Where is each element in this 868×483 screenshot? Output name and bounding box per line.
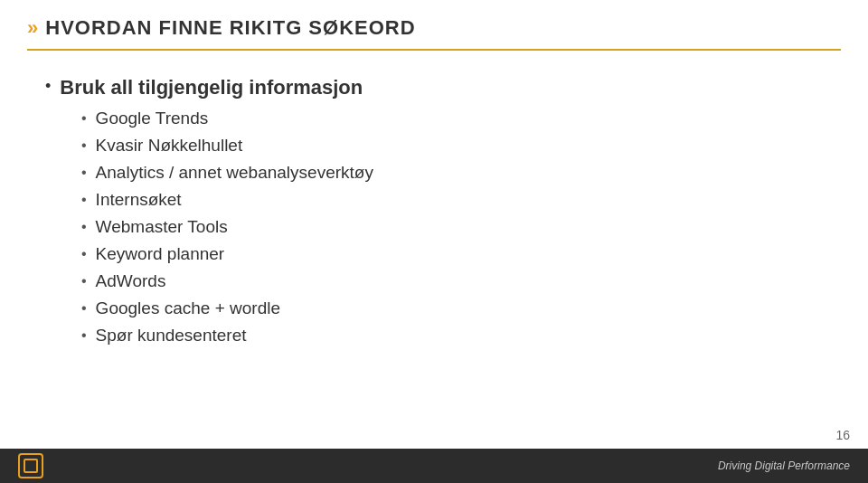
page-number: 16 [835, 428, 850, 442]
slide-content: • Bruk all tilgjengelig informasjon •Goo… [0, 51, 868, 346]
sub-bullet-dot: • [81, 246, 87, 262]
sub-item-label: Kvasir Nøkkelhullet [96, 136, 243, 156]
sub-item-label: AdWords [96, 271, 166, 291]
sub-bullet-dot: • [81, 219, 87, 235]
sub-list: •Google Trends•Kvasir Nøkkelhullet•Analy… [45, 109, 823, 346]
logo-icon [24, 459, 38, 473]
sub-bullet-dot: • [81, 273, 87, 289]
list-item: •Spør kundesenteret [81, 326, 823, 346]
sub-item-label: Google Trends [96, 109, 209, 128]
main-bullet: • Bruk all tilgjengelig informasjon [45, 76, 823, 99]
sub-item-label: Keyword planner [96, 244, 225, 264]
list-item: •Webmaster Tools [81, 217, 823, 237]
footer-logo [18, 453, 43, 478]
list-item: •Googles cache + wordle [81, 298, 823, 318]
list-item: •Kvasir Nøkkelhullet [81, 136, 823, 156]
list-item: •Google Trends [81, 109, 823, 128]
sub-item-label: Webmaster Tools [96, 217, 228, 237]
main-bullet-dot: • [45, 77, 51, 96]
list-item: •Analytics / annet webanalyseverktøy [81, 163, 823, 183]
sub-item-label: Googles cache + wordle [96, 298, 280, 318]
sub-item-label: Spør kundesenteret [96, 326, 247, 346]
sub-bullet-dot: • [81, 192, 87, 208]
list-item: •Keyword planner [81, 244, 823, 264]
sub-bullet-dot: • [81, 137, 87, 154]
sub-bullet-dot: • [81, 300, 87, 317]
sub-item-label: Internsøket [96, 190, 182, 210]
slide-header: » HVORDAN FINNE RIKITG SØKEORD [0, 0, 868, 40]
footer: Driving Digital Performance [0, 449, 868, 483]
list-item: •Internsøket [81, 190, 823, 210]
footer-tagline: Driving Digital Performance [718, 459, 850, 472]
list-item: •AdWords [81, 271, 823, 291]
sub-bullet-dot: • [81, 110, 87, 127]
slide-title: HVORDAN FINNE RIKITG SØKEORD [45, 16, 415, 40]
chevron-icon: » [27, 16, 36, 40]
slide: » HVORDAN FINNE RIKITG SØKEORD • Bruk al… [0, 0, 868, 483]
sub-bullet-dot: • [81, 165, 87, 181]
sub-item-label: Analytics / annet webanalyseverktøy [96, 163, 373, 183]
main-bullet-text: Bruk all tilgjengelig informasjon [60, 76, 363, 99]
sub-bullet-dot: • [81, 327, 87, 344]
